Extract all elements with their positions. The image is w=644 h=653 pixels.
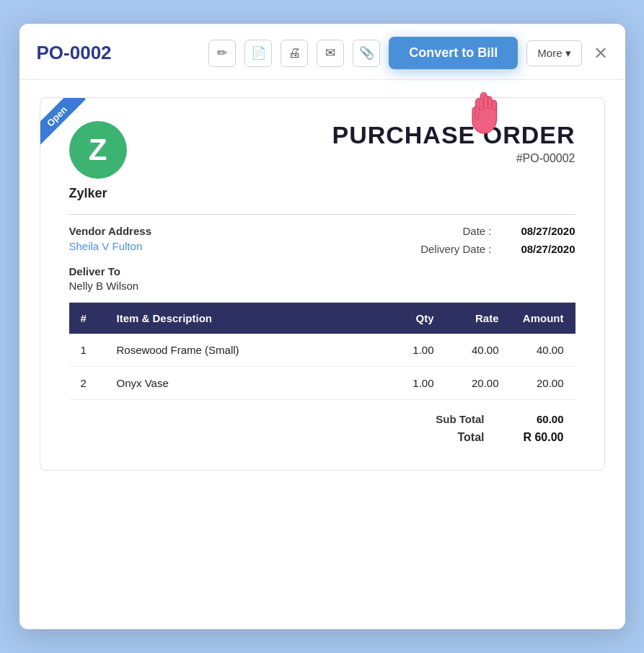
po-number: #PO-00002 [332, 152, 575, 165]
cell-qty: 1.00 [388, 334, 446, 367]
attachment-button[interactable]: 📎 [353, 40, 380, 67]
cell-amount: 20.00 [511, 367, 575, 400]
total-value: R 60.00 [513, 431, 564, 444]
pdf-button[interactable]: 📄 [244, 40, 272, 67]
pdf-icon: 📄 [251, 45, 266, 61]
chevron-down-icon: ▾ [565, 47, 571, 60]
sub-total-value: 60.00 [513, 413, 564, 425]
delivery-date-value: 08/27/2020 [503, 243, 575, 255]
col-amount: Amount [511, 303, 575, 334]
modal-header: PO-0002 ✏ 📄 🖨 ✉ 📎 Convert to Bill More ▾… [19, 24, 625, 80]
col-num: # [69, 303, 105, 334]
modal-container: PO-0002 ✏ 📄 🖨 ✉ 📎 Convert to Bill More ▾… [19, 24, 625, 629]
po-heading-section: PURCHASE ORDER #PO-00002 [332, 121, 575, 165]
date-value: 08/27/2020 [503, 225, 575, 237]
vendor-address-label: Vendor Address [69, 225, 151, 237]
delivery-date-label: Delivery Date : [420, 243, 491, 255]
mail-icon: ✉ [325, 45, 335, 61]
po-title: PO-0002 [37, 42, 112, 64]
delivery-date-row: Delivery Date : 08/27/2020 [420, 243, 575, 255]
cell-amount: 40.00 [511, 334, 575, 367]
status-label: Open [40, 98, 86, 145]
cell-rate: 40.00 [446, 334, 511, 367]
print-icon: 🖨 [288, 46, 301, 61]
address-left-col: Vendor Address Sheila V Fulton Deliver T… [69, 225, 151, 292]
vendor-name: Zylker [69, 186, 127, 201]
more-label: More [537, 47, 562, 59]
address-dates-section: Vendor Address Sheila V Fulton Deliver T… [69, 225, 575, 292]
cell-item: Rosewood Frame (Small) [105, 334, 388, 367]
table-row: 2 Onyx Vase 1.00 20.00 20.00 [69, 367, 575, 400]
convert-to-bill-button[interactable]: Convert to Bill [389, 37, 518, 69]
sub-total-row: Sub Total 60.00 [427, 413, 564, 425]
mail-button[interactable]: ✉ [317, 40, 344, 67]
status-ribbon: Open [40, 98, 98, 156]
date-label: Date : [462, 225, 491, 237]
cell-num: 2 [69, 367, 105, 400]
attachment-icon: 📎 [359, 45, 374, 61]
vendor-address-person[interactable]: Sheila V Fulton [69, 240, 151, 252]
date-section: Date : 08/27/2020 Delivery Date : 08/27/… [420, 225, 575, 255]
more-button[interactable]: More ▾ [526, 40, 581, 66]
cell-item: Onyx Vase [105, 367, 388, 400]
deliver-to-section: Deliver To Nelly B Wilson [69, 265, 151, 292]
table-header-row: # Item & Description Qty Rate Amount [69, 303, 575, 334]
col-qty: Qty [388, 303, 446, 334]
deliver-to-person: Nelly B Wilson [69, 280, 151, 292]
cell-rate: 20.00 [446, 367, 511, 400]
deliver-to-label: Deliver To [69, 265, 151, 277]
doc-header-row: Z Zylker PURCHASE ORDER #PO-00002 [69, 121, 575, 201]
items-table: # Item & Description Qty Rate Amount 1 R… [69, 303, 575, 400]
totals-section: Sub Total 60.00 Total R 60.00 [69, 413, 575, 444]
edit-button[interactable]: ✏ [208, 40, 236, 67]
edit-icon: ✏ [217, 45, 227, 61]
total-label: Total [427, 431, 485, 444]
document-inner: Z Zylker PURCHASE ORDER #PO-00002 Vendor… [40, 98, 604, 470]
total-row: Total R 60.00 [427, 431, 564, 444]
date-row: Date : 08/27/2020 [462, 225, 575, 237]
print-button[interactable]: 🖨 [281, 40, 308, 67]
cell-qty: 1.00 [388, 367, 446, 400]
divider-1 [69, 214, 575, 215]
table-row: 1 Rosewood Frame (Small) 1.00 40.00 40.0… [69, 334, 575, 367]
cell-num: 1 [69, 334, 105, 367]
po-heading: PURCHASE ORDER [332, 121, 575, 149]
document-area: Open Z Zylker PURCHASE ORDER #PO-00002 [40, 97, 605, 471]
sub-total-label: Sub Total [427, 413, 485, 425]
close-button[interactable]: ✕ [594, 43, 608, 63]
col-item: Item & Description [105, 303, 388, 334]
col-rate: Rate [446, 303, 511, 334]
